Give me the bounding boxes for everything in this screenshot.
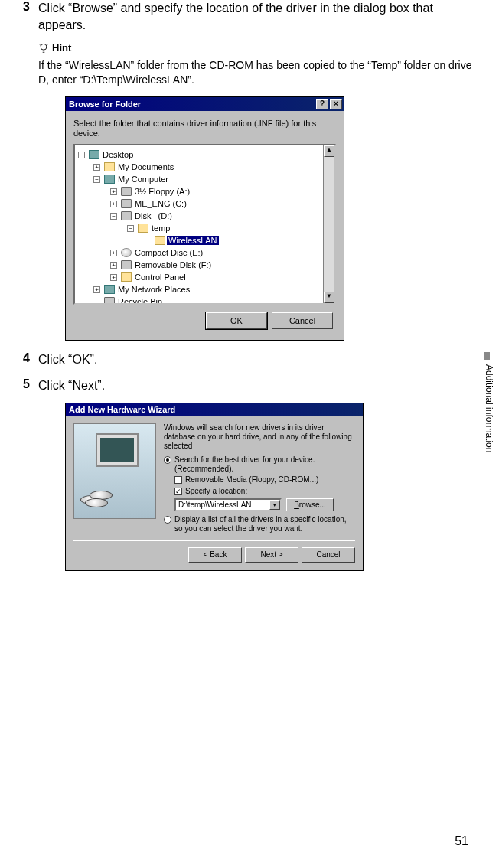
tree-recycle[interactable]: Recycle Bin <box>116 297 164 305</box>
next-button[interactable]: Next > <box>245 547 298 563</box>
computer-icon <box>104 175 115 184</box>
back-button[interactable]: < Back <box>188 547 242 563</box>
specify-location-checkbox[interactable]: ✓ <box>174 488 182 495</box>
step-4: 4 Click “OK”. <box>23 351 476 368</box>
expander-icon[interactable]: + <box>110 250 117 256</box>
folder-icon <box>104 162 115 171</box>
svg-line-3 <box>40 44 41 45</box>
expander-icon[interactable]: − <box>127 225 134 232</box>
browse-title: Browse for Folder <box>69 100 141 109</box>
hint-body: If the “WirelessLAN” folder from the CD-… <box>38 58 476 87</box>
wizard-cancel-button[interactable]: Cancel <box>302 547 355 563</box>
removable-icon <box>121 260 132 269</box>
scroll-up-button[interactable]: ▲ <box>324 145 334 157</box>
step-3: 3 Click “Browse” and specify the locatio… <box>23 0 476 33</box>
wizard-illustration <box>73 423 156 519</box>
desktop-icon <box>89 150 99 159</box>
step-5-number: 5 <box>23 377 38 391</box>
titlebar-help-button[interactable]: ? <box>316 99 328 109</box>
floppy-icon <box>121 187 132 196</box>
svg-point-0 <box>41 44 47 50</box>
control-panel-icon <box>121 272 132 282</box>
lightbulb-icon <box>38 43 49 54</box>
specify-location-label: Specify a location: <box>185 487 247 496</box>
drive-icon <box>121 199 132 208</box>
expander-icon[interactable]: − <box>110 213 117 220</box>
removable-media-label: Removable Media (Floppy, CD-ROM...) <box>185 475 318 485</box>
tree-disk-d[interactable]: Disk_ (D:) <box>133 211 174 220</box>
step-5-text: Click “Next”. <box>38 377 476 394</box>
browse-titlebar: Browse for Folder ? × <box>66 97 344 111</box>
search-best-driver-radio[interactable] <box>164 456 171 464</box>
hint-label: Hint <box>52 42 71 54</box>
ok-button[interactable]: OK <box>206 312 267 329</box>
expander-icon[interactable]: − <box>93 176 100 183</box>
expander-icon[interactable]: − <box>78 152 85 158</box>
location-value: D:\temp\WirelessLAN <box>178 501 252 510</box>
tree-desktop[interactable]: Desktop <box>101 150 135 159</box>
tree-floppy[interactable]: 3½ Floppy (A:) <box>133 187 191 196</box>
expander-icon[interactable]: + <box>93 164 100 171</box>
browse-button-rest: rowse... <box>299 501 326 509</box>
expander-icon[interactable]: + <box>110 262 117 269</box>
browse-for-folder-dialog: Browse for Folder ? × Select the folder … <box>65 96 344 341</box>
search-best-driver-label: Search for the best driver for your devi… <box>174 455 355 474</box>
tree-wirelesslan-selected[interactable]: WirelessLAN <box>167 236 219 245</box>
tree-cd[interactable]: Compact Disc (E:) <box>133 248 204 257</box>
combo-dropdown-button[interactable]: ▾ <box>269 500 280 510</box>
recycle-bin-icon <box>104 297 115 305</box>
section-tab: Additional information <box>484 360 499 482</box>
tree-me-eng[interactable]: ME_ENG (C:) <box>133 199 188 208</box>
network-places-icon <box>104 285 115 294</box>
svg-line-4 <box>47 44 48 45</box>
step-3-text: Click “Browse” and specify the location … <box>38 0 476 33</box>
titlebar-close-button[interactable]: × <box>330 99 342 109</box>
display-list-label: Display a list of all the drivers in a s… <box>174 515 355 534</box>
cancel-button[interactable]: Cancel <box>272 312 333 329</box>
location-combobox[interactable]: D:\temp\WirelessLAN ▾ <box>174 498 282 511</box>
step-4-text: Click “OK”. <box>38 351 476 368</box>
expander-icon[interactable]: + <box>93 286 100 293</box>
step-4-number: 4 <box>23 351 38 365</box>
add-new-hardware-wizard: Add New Hardware Wizard Windows will sea… <box>65 403 364 571</box>
wizard-title: Add New Hardware Wizard <box>66 403 363 416</box>
folder-icon <box>138 224 148 233</box>
display-list-radio[interactable] <box>164 516 171 524</box>
tree-netplaces[interactable]: My Network Places <box>116 285 191 294</box>
tree-removable[interactable]: Removable Disk (F:) <box>133 260 213 269</box>
drive-icon <box>121 211 132 220</box>
section-tab-label: Additional information <box>484 360 494 452</box>
wizard-message: Windows will search for new drivers in i… <box>164 423 355 451</box>
tree-scrollbar[interactable]: ▲ ▼ <box>323 145 334 303</box>
tree-mycomputer[interactable]: My Computer <box>116 175 170 184</box>
step-5: 5 Click “Next”. <box>23 377 476 394</box>
expander-icon[interactable]: + <box>110 188 117 195</box>
step-3-number: 3 <box>23 0 38 14</box>
folder-open-icon <box>155 236 165 245</box>
scroll-down-button[interactable]: ▼ <box>324 292 334 303</box>
tree-mydocs[interactable]: My Documents <box>116 162 175 171</box>
cd-icon <box>121 248 132 257</box>
expander-icon[interactable]: + <box>110 201 117 207</box>
browse-message: Select the folder that contains driver i… <box>73 119 336 138</box>
expander-icon[interactable]: + <box>110 274 117 281</box>
tree-temp[interactable]: temp <box>150 224 171 233</box>
folder-tree[interactable]: − Desktop + My Documents − My Computer + <box>73 144 336 305</box>
removable-media-checkbox[interactable] <box>174 476 182 484</box>
page-number: 51 <box>455 834 468 848</box>
browse-button[interactable]: Browse... <box>286 498 334 511</box>
tree-control-panel[interactable]: Control Panel <box>133 272 188 282</box>
hint-heading: Hint <box>38 42 476 54</box>
